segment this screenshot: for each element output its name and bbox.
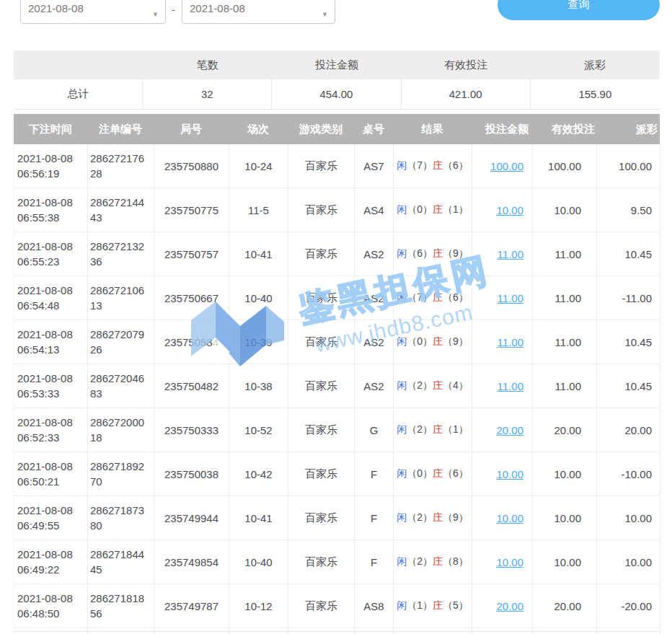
summary-header-payout: 派彩 xyxy=(531,50,660,79)
bet-time-cell: 2021-08-08 06:49:22 xyxy=(14,540,88,584)
bet-amount-link[interactable]: 10.00 xyxy=(496,204,523,216)
table-row: 2021-08-08 06:49:22 28627184445 23574985… xyxy=(14,540,660,584)
valid-bet-cell: 11.00 xyxy=(533,364,597,408)
bet-amount-cell: 11.00 xyxy=(472,364,533,408)
bet-amount-link[interactable]: 100.00 xyxy=(490,160,523,172)
player-score: （2） xyxy=(407,379,433,392)
date-range-separator: - xyxy=(172,4,175,16)
bet-amount-cell: 10.00 xyxy=(472,452,533,496)
row-divider xyxy=(14,631,660,632)
player-score: （0） xyxy=(407,467,433,480)
order-no-cell: 28627214443 xyxy=(88,188,154,232)
col-result: 结果 xyxy=(393,114,472,144)
round-no-cell: 235749787 xyxy=(154,584,229,628)
table-row: 2021-08-08 06:48:50 28627181856 23574978… xyxy=(14,584,660,628)
bet-amount-cell: 10.00 xyxy=(472,496,533,540)
bet-amount-link[interactable]: 11.00 xyxy=(498,380,523,392)
game-type-cell: 百家乐 xyxy=(288,584,355,628)
bet-time-cell: 2021-08-08 06:48:50 xyxy=(14,584,88,628)
result-cell: 闲（7）庄（6） xyxy=(394,144,472,188)
player-score: （2） xyxy=(407,511,433,524)
player-label: 闲 xyxy=(397,291,407,304)
table-no-cell: AS2 xyxy=(355,320,394,364)
bet-amount-cell: 11.00 xyxy=(472,320,533,364)
bet-amount-link[interactable]: 10.00 xyxy=(496,512,523,524)
table-row: 2021-08-08 06:55:23 28627213236 23575075… xyxy=(14,232,660,276)
bet-amount-link[interactable]: 11.00 xyxy=(498,292,523,304)
session-cell: 10-52 xyxy=(229,408,288,452)
banker-label: 庄 xyxy=(433,467,443,480)
game-type-cell: 百家乐 xyxy=(288,188,355,232)
bet-amount-link[interactable]: 11.00 xyxy=(498,248,523,260)
total-payout: 155.90 xyxy=(531,79,660,109)
banker-score: （9） xyxy=(443,247,469,260)
col-bet-amount: 投注金额 xyxy=(472,114,532,144)
col-valid-bet: 有效投注 xyxy=(532,114,596,144)
bet-amount-link[interactable]: 20.00 xyxy=(496,600,523,612)
player-label: 闲 xyxy=(397,159,407,172)
valid-bet-cell: 10.00 xyxy=(533,188,597,232)
banker-score: （6） xyxy=(443,467,469,480)
bets-table-header: 下注时间 注单编号 局号 场次 游戏类别 桌号 结果 投注金额 有效投注 派彩 xyxy=(14,114,660,144)
game-type-cell: 百家乐 xyxy=(288,320,355,364)
session-cell: 10-38 xyxy=(229,364,288,408)
player-label: 闲 xyxy=(397,599,407,612)
bet-amount-link[interactable]: 10.00 xyxy=(496,556,523,568)
result-cell: 闲（0）庄（9） xyxy=(394,320,472,364)
payout-cell: 10.00 xyxy=(597,540,660,584)
player-score: （1） xyxy=(407,599,433,612)
banker-score: （9） xyxy=(443,511,469,524)
bet-amount-link[interactable]: 20.00 xyxy=(496,424,523,436)
chevron-down-icon: ▼ xyxy=(322,11,328,18)
result-cell: 闲（0）庄（6） xyxy=(394,452,472,496)
bet-time-cell: 2021-08-08 06:50:21 xyxy=(14,452,88,496)
end-date-select[interactable]: 2021-08-08 ▼ xyxy=(182,0,335,24)
bet-amount-cell: 20.00 xyxy=(472,584,533,628)
bet-amount-link[interactable]: 11.00 xyxy=(498,336,523,348)
banker-label: 庄 xyxy=(433,599,443,612)
game-type-cell: 百家乐 xyxy=(288,452,355,496)
player-label: 闲 xyxy=(397,511,407,524)
table-row: 2021-08-08 06:49:55 28627187380 23574994… xyxy=(14,496,660,540)
banker-label: 庄 xyxy=(433,511,443,524)
session-cell: 10-40 xyxy=(229,276,288,320)
bet-amount-link[interactable]: 10.00 xyxy=(496,468,523,480)
payout-cell: 10.45 xyxy=(597,320,660,364)
table-row: 2021-08-08 06:53:33 28627204683 23575048… xyxy=(14,364,660,408)
player-label: 闲 xyxy=(397,203,407,216)
table-no-cell: F xyxy=(355,452,394,496)
query-button[interactable]: 查询 xyxy=(498,0,660,20)
banker-label: 庄 xyxy=(433,247,443,260)
valid-bet-cell: 20.00 xyxy=(533,408,597,452)
table-row: 2021-08-08 06:50:21 28627189270 23575003… xyxy=(14,452,660,496)
betting-records-page: 2021-08-08 ▼ - 2021-08-08 ▼ 查询 笔数 投注金额 有… xyxy=(0,0,672,634)
game-type-cell: 百家乐 xyxy=(288,232,355,276)
payout-cell: 10.00 xyxy=(597,496,660,540)
payout-cell: 100.00 xyxy=(597,144,660,188)
chevron-down-icon: ▼ xyxy=(152,11,159,18)
banker-label: 庄 xyxy=(433,379,443,392)
bet-time-cell: 2021-08-08 06:49:55 xyxy=(14,496,88,540)
payout-cell: -11.00 xyxy=(597,276,660,320)
banker-score: （6） xyxy=(443,291,469,304)
table-no-cell: AS4 xyxy=(355,188,394,232)
payout-cell: 10.45 xyxy=(597,364,660,408)
payout-cell: 20.00 xyxy=(597,408,660,452)
valid-bet-cell: 11.00 xyxy=(533,320,597,364)
bet-amount-cell: 10.00 xyxy=(472,540,533,584)
player-score: （0） xyxy=(407,203,433,216)
result-cell: 闲（2）庄（9） xyxy=(394,496,472,540)
banker-label: 庄 xyxy=(433,555,443,568)
table-no-cell: G xyxy=(355,408,394,452)
start-date-select[interactable]: 2021-08-08 ▼ xyxy=(20,0,166,24)
player-label: 闲 xyxy=(397,423,407,436)
valid-bet-cell: 20.00 xyxy=(533,584,597,628)
round-no-cell: 235750038 xyxy=(154,452,229,496)
bet-amount-cell: 20.00 xyxy=(472,408,533,452)
table-row: 2021-08-08 06:54:13 28627207926 23575058… xyxy=(14,320,660,364)
player-label: 闲 xyxy=(397,555,407,568)
order-no-cell: 28627210613 xyxy=(88,276,154,320)
game-type-cell: 百家乐 xyxy=(288,496,355,540)
table-no-cell: F xyxy=(355,496,394,540)
bet-time-cell: 2021-08-08 06:54:48 xyxy=(14,276,88,320)
